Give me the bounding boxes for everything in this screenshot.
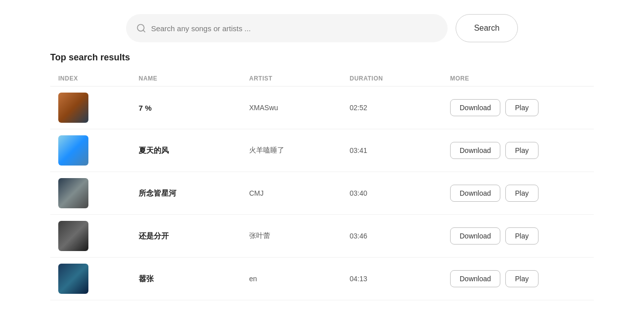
play-button[interactable]: Play (505, 270, 538, 287)
song-actions: Download Play (450, 227, 586, 245)
search-input-wrapper (126, 14, 448, 42)
artist-name: CMJ (249, 189, 350, 197)
song-thumbnail (58, 264, 88, 294)
song-thumbnail-wrapper (58, 135, 139, 166)
artist-name: 火羊嗑睡了 (249, 146, 350, 155)
song-thumbnail-wrapper (58, 93, 139, 123)
song-actions: Download Play (450, 142, 586, 159)
song-thumbnail-wrapper (58, 221, 139, 251)
songs-list: 7 % XMASwu 02:52 Download Play 夏天的风 火羊嗑睡… (50, 87, 594, 300)
song-name: 嚣张 (139, 274, 249, 284)
svg-line-1 (143, 30, 145, 32)
table-row: 7 % XMASwu 02:52 Download Play (50, 87, 594, 129)
song-thumbnail (58, 178, 88, 208)
song-thumbnail (58, 93, 88, 123)
song-name: 夏天的风 (139, 146, 249, 155)
song-name: 所念皆星河 (139, 189, 249, 198)
song-duration: 02:52 (350, 104, 450, 112)
song-name: 7 % (139, 104, 249, 112)
col-name: NAME (139, 75, 249, 82)
song-duration: 03:41 (350, 146, 450, 154)
song-thumbnail (58, 221, 88, 251)
artist-name: XMASwu (249, 104, 350, 112)
col-more: MORE (450, 75, 586, 82)
download-button[interactable]: Download (450, 270, 500, 287)
song-name: 还是分开 (139, 231, 249, 241)
song-actions: Download Play (450, 99, 586, 116)
song-thumbnail-wrapper (58, 178, 139, 208)
table-row: 嚣张 en 04:13 Download Play (50, 258, 594, 300)
download-button[interactable]: Download (450, 185, 500, 202)
search-input[interactable] (151, 24, 438, 33)
table-row: 夏天的风 火羊嗑睡了 03:41 Download Play (50, 129, 594, 172)
search-icon (136, 23, 146, 33)
table-header: INDEX NAME ARTIST DURATION MORE (50, 71, 594, 87)
col-artist: ARTIST (249, 75, 350, 82)
col-index: INDEX (58, 75, 139, 82)
play-button[interactable]: Play (505, 185, 538, 202)
search-area: Search (0, 0, 644, 52)
song-thumbnail-wrapper (58, 264, 139, 294)
artist-name: en (249, 275, 350, 283)
col-duration: DURATION (350, 75, 450, 82)
song-actions: Download Play (450, 270, 586, 287)
song-duration: 03:46 (350, 232, 450, 240)
play-button[interactable]: Play (505, 99, 538, 116)
search-button[interactable]: Search (456, 14, 518, 42)
song-duration: 03:40 (350, 189, 450, 197)
table-row: 所念皆星河 CMJ 03:40 Download Play (50, 172, 594, 215)
download-button[interactable]: Download (450, 227, 500, 245)
play-button[interactable]: Play (505, 142, 538, 159)
song-actions: Download Play (450, 185, 586, 202)
song-duration: 04:13 (350, 275, 450, 283)
results-section: Top search results INDEX NAME ARTIST DUR… (0, 52, 644, 300)
song-thumbnail (58, 135, 88, 166)
results-title: Top search results (50, 52, 594, 63)
download-button[interactable]: Download (450, 142, 500, 159)
artist-name: 张叶蕾 (249, 231, 350, 240)
play-button[interactable]: Play (505, 227, 538, 245)
download-button[interactable]: Download (450, 99, 500, 116)
table-row: 还是分开 张叶蕾 03:46 Download Play (50, 215, 594, 258)
